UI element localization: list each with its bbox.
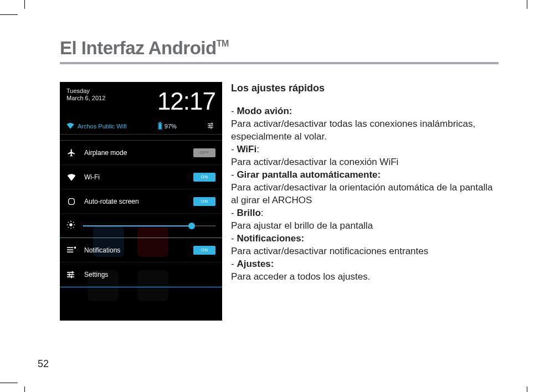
- settings-label: Settings: [84, 271, 215, 278]
- svg-rect-26: [69, 273, 70, 276]
- status-bar: Tuesday March 6, 2012 12:17: [60, 82, 222, 120]
- date-line1: Tuesday: [66, 87, 105, 95]
- wifi-label: Wi-Fi: [84, 173, 186, 181]
- svg-rect-1: [159, 123, 161, 129]
- airplane-icon: [66, 148, 76, 158]
- settings-small-icon: [208, 122, 215, 130]
- row-settings[interactable]: Settings: [60, 262, 222, 287]
- item-brillo-desc: Para ajustar el brillo de la pantalla: [231, 219, 499, 232]
- autorotate-label: Auto-rotate screen: [84, 198, 186, 205]
- autorotate-toggle[interactable]: ON: [193, 197, 215, 206]
- svg-rect-4: [208, 125, 213, 126]
- status-date: Tuesday March 6, 2012: [66, 87, 105, 120]
- svg-rect-8: [211, 126, 212, 128]
- settings-icon: [66, 270, 76, 280]
- svg-rect-24: [67, 276, 74, 277]
- title-main: El Interfaz Android: [60, 38, 217, 58]
- battery-pct: 97%: [165, 123, 177, 130]
- wifi-toggle[interactable]: ON: [193, 173, 215, 182]
- status-row2: Archos Public Wifi 97%: [60, 120, 222, 134]
- item-modo-avion-desc: Para activar/desactivar todas las conexi…: [231, 117, 499, 143]
- wifi-network-label: Archos Public Wifi: [78, 123, 127, 130]
- item-ajustes-desc: Para acceder a todos los ajustes.: [231, 270, 499, 283]
- svg-rect-23: [67, 274, 74, 275]
- item-wifi-desc: Para activar/desactivar la conexión WiFi: [231, 156, 499, 168]
- row-autorotate[interactable]: Auto-rotate screen ON: [60, 189, 222, 214]
- airplane-toggle[interactable]: OFF: [193, 148, 215, 157]
- svg-rect-25: [72, 271, 73, 274]
- svg-rect-22: [67, 272, 74, 273]
- svg-rect-18: [67, 249, 73, 250]
- brightness-slider[interactable]: [83, 225, 215, 226]
- section-heading: Los ajustes rápidos: [231, 82, 499, 95]
- page-number: 52: [38, 358, 49, 370]
- svg-rect-7: [209, 125, 210, 127]
- notifications-icon: [66, 245, 76, 255]
- item-notif: - Notificaciones:: [231, 232, 499, 245]
- wifi-icon: [66, 122, 74, 130]
- title-rule: [60, 62, 499, 64]
- svg-line-14: [68, 221, 69, 222]
- wifi-row-icon: [66, 172, 76, 182]
- page-title: El Interfaz AndroidTM: [60, 38, 499, 62]
- notifications-toggle[interactable]: ON: [193, 246, 215, 255]
- item-girar-desc: Para activar/desactivar la orientación a…: [231, 181, 499, 207]
- status-clock: 12:17: [157, 87, 215, 120]
- svg-rect-5: [208, 127, 213, 128]
- autorotate-icon: [66, 197, 76, 207]
- svg-rect-6: [212, 122, 212, 125]
- title-tm: TM: [217, 39, 229, 48]
- item-notif-desc: Para activar/desactivar notificaciones e…: [231, 245, 499, 257]
- item-modo-avion: - Modo avión:: [231, 105, 499, 117]
- row-notifications[interactable]: Notifications ON: [60, 238, 222, 262]
- notifications-label: Notifications: [84, 246, 186, 254]
- item-ajustes: - Ajustes:: [231, 257, 499, 270]
- airplane-label: Airplane mode: [84, 149, 186, 157]
- row-wifi[interactable]: Wi-Fi ON: [60, 165, 222, 189]
- page-content: El Interfaz AndroidTM Tuesday March 6, 2…: [60, 38, 499, 321]
- battery-icon: [158, 122, 162, 131]
- date-line2: March 6, 2012: [66, 95, 105, 102]
- quick-settings-screenshot: Tuesday March 6, 2012 12:17 Archos Publi…: [60, 82, 222, 321]
- item-girar: - Girar pantalla automáticamente:: [231, 168, 499, 181]
- item-brillo: - Brillo:: [231, 207, 499, 219]
- item-wifi: - WiFi:: [231, 143, 499, 156]
- row-airplane[interactable]: Airplane mode OFF: [60, 141, 222, 165]
- svg-line-17: [73, 221, 74, 222]
- svg-rect-21: [74, 246, 76, 248]
- svg-rect-20: [67, 247, 73, 248]
- svg-rect-27: [71, 275, 72, 278]
- description-column: Los ajustes rápidos - Modo avión: Para a…: [231, 82, 499, 321]
- svg-rect-2: [160, 122, 161, 123]
- svg-rect-19: [67, 251, 73, 252]
